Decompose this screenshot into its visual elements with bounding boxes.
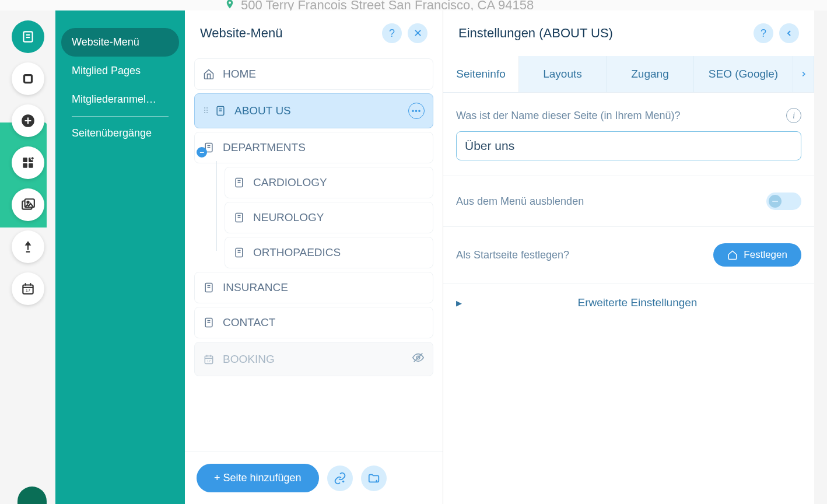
rail-apps-button[interactable] bbox=[12, 146, 44, 179]
nav-divider bbox=[72, 116, 169, 117]
page-icon bbox=[215, 105, 226, 117]
hide-from-menu-label: Aus dem Menü ausblenden bbox=[456, 195, 584, 208]
rail-media-button[interactable] bbox=[12, 188, 44, 221]
svg-text:17: 17 bbox=[25, 288, 30, 293]
background-page-preview: 500 Terry Francois Street San Francisco,… bbox=[0, 0, 827, 10]
page-item-insurance[interactable]: INSURANCE bbox=[194, 272, 433, 303]
set-homepage-button-label: Festlegen bbox=[744, 249, 787, 261]
page-icon bbox=[233, 212, 245, 223]
page-label: ORTHOPAEDICS bbox=[253, 246, 341, 259]
rail-background-button[interactable] bbox=[12, 62, 44, 95]
svg-rect-8 bbox=[29, 163, 33, 168]
close-menu-button[interactable]: ✕ bbox=[408, 23, 427, 43]
nav-item-transitions[interactable]: Seitenübergänge bbox=[61, 119, 179, 148]
advanced-settings-toggle[interactable]: ▶ Erweiterte Einstellungen bbox=[443, 283, 814, 322]
page-item-about-us[interactable]: ⠿ ABOUT US ••• bbox=[194, 93, 433, 128]
calendar-icon: 17 bbox=[203, 354, 215, 365]
page-item-contact[interactable]: CONTACT bbox=[194, 307, 433, 338]
page-item-departments[interactable]: DEPARTMENTS bbox=[194, 132, 433, 163]
nav-item-member-pages[interactable]: Mitglied Pages bbox=[61, 57, 179, 85]
expand-triangle-icon: ▶ bbox=[456, 299, 462, 307]
page-label: NEUROLOGY bbox=[253, 211, 324, 224]
advanced-settings-label: Erweiterte Einstellungen bbox=[474, 296, 801, 309]
page-label: ABOUT US bbox=[234, 104, 291, 117]
add-link-button[interactable] bbox=[327, 466, 353, 491]
svg-rect-5 bbox=[23, 158, 27, 162]
rail-blog-button[interactable] bbox=[12, 230, 44, 263]
page-icon bbox=[233, 247, 245, 258]
page-item-home[interactable]: HOME bbox=[194, 58, 433, 90]
page-label: BOOKING bbox=[223, 353, 275, 366]
svg-rect-7 bbox=[23, 163, 27, 168]
page-item-neurology[interactable]: NEUROLOGY bbox=[225, 202, 433, 233]
pages-list: HOME ⠿ ABOUT US ••• DEPARTMENTS − CARDIO… bbox=[185, 56, 443, 452]
page-label: HOME bbox=[223, 68, 256, 80]
tree-line bbox=[216, 161, 217, 251]
left-tool-rail: 17 bbox=[0, 12, 55, 502]
page-label: CONTACT bbox=[223, 316, 275, 329]
rail-pages-button[interactable] bbox=[12, 20, 44, 53]
svg-point-12 bbox=[27, 201, 29, 203]
page-icon bbox=[233, 177, 245, 188]
help-button[interactable]: ? bbox=[382, 23, 402, 43]
tab-seiteninfo[interactable]: Seiteninfo bbox=[443, 56, 519, 92]
page-item-booking[interactable]: 17 BOOKING bbox=[194, 342, 433, 376]
page-item-cardiology[interactable]: CARDIOLOGY bbox=[225, 167, 433, 198]
page-item-orthopaedics[interactable]: ORTHOPAEDICS bbox=[225, 237, 433, 268]
page-icon bbox=[203, 317, 215, 328]
page-label: INSURANCE bbox=[223, 281, 288, 294]
page-name-label: Was ist der Name dieser Seite (in Ihrem … bbox=[456, 110, 680, 122]
page-name-input[interactable] bbox=[456, 131, 801, 160]
hide-from-menu-toggle[interactable]: − bbox=[766, 192, 801, 210]
tab-seo[interactable]: SEO (Google) bbox=[694, 56, 793, 92]
nav-item-member-signup[interactable]: Mitgliederanmel… bbox=[61, 85, 179, 114]
svg-rect-3 bbox=[24, 75, 31, 83]
set-homepage-label: Als Startseite festlegen? bbox=[456, 249, 569, 261]
tab-zugang[interactable]: Zugang bbox=[607, 56, 694, 92]
nav-item-website-menu[interactable]: Website-Menü bbox=[61, 28, 179, 57]
toggle-knob: − bbox=[769, 195, 782, 208]
home-icon bbox=[203, 68, 215, 80]
secondary-nav-panel: Website-Menü Mitglied Pages Mitgliederan… bbox=[55, 10, 185, 504]
website-menu-panel: Website-Menü ? ✕ HOME ⠿ ABOUT US ••• DEP… bbox=[185, 10, 443, 504]
rail-add-button[interactable] bbox=[12, 104, 44, 137]
page-label: CARDIOLOGY bbox=[253, 176, 327, 189]
settings-tabs: Seiteninfo Layouts Zugang SEO (Google) bbox=[443, 56, 814, 93]
drag-handle-icon[interactable]: ⠿ bbox=[203, 106, 209, 116]
page-more-button[interactable]: ••• bbox=[408, 103, 425, 119]
page-icon bbox=[203, 282, 215, 293]
rail-bookings-button[interactable]: 17 bbox=[12, 272, 44, 305]
menu-panel-title: Website-Menü bbox=[200, 26, 376, 41]
hidden-eye-icon bbox=[412, 351, 425, 367]
set-homepage-button[interactable]: Festlegen bbox=[713, 243, 801, 267]
settings-title: Einstellungen (ABOUT US) bbox=[458, 26, 748, 41]
add-folder-button[interactable] bbox=[361, 466, 387, 491]
info-icon[interactable]: i bbox=[786, 108, 801, 123]
add-page-button[interactable]: + Seite hinzufügen bbox=[197, 464, 319, 492]
settings-help-button[interactable]: ? bbox=[754, 23, 773, 43]
tabs-scroll-right[interactable] bbox=[793, 56, 814, 92]
page-label: DEPARTMENTS bbox=[223, 141, 306, 154]
settings-back-button[interactable] bbox=[779, 23, 799, 43]
tab-layouts[interactable]: Layouts bbox=[519, 56, 607, 92]
svg-text:17: 17 bbox=[207, 359, 211, 363]
page-settings-panel: Einstellungen (ABOUT US) ? Seiteninfo La… bbox=[443, 10, 814, 504]
collapse-children-button[interactable]: − bbox=[197, 147, 207, 158]
